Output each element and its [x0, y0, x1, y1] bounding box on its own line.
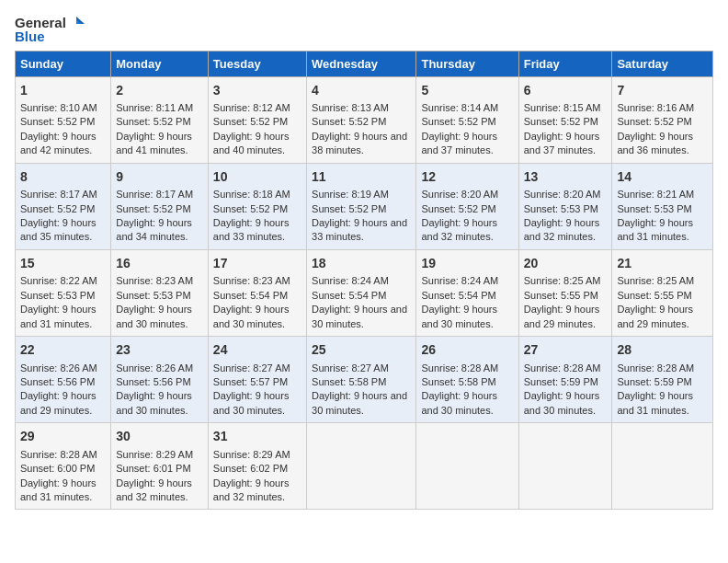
- col-header-saturday: Saturday: [612, 51, 713, 76]
- day-number: 4: [312, 82, 411, 100]
- calendar-cell: 27Sunrise: 8:28 AMSunset: 5:59 PMDayligh…: [518, 336, 612, 422]
- calendar-cell: 29Sunrise: 8:28 AMSunset: 6:00 PMDayligh…: [16, 423, 111, 510]
- calendar-cell: [307, 423, 416, 510]
- calendar-week-row: 1Sunrise: 8:10 AMSunset: 5:52 PMDaylight…: [16, 76, 713, 163]
- calendar-cell: 30Sunrise: 8:29 AMSunset: 6:01 PMDayligh…: [111, 423, 209, 510]
- calendar-cell: 19Sunrise: 8:24 AMSunset: 5:54 PMDayligh…: [416, 249, 518, 336]
- day-number: 22: [20, 341, 106, 360]
- calendar-cell: 8Sunrise: 8:17 AMSunset: 5:52 PMDaylight…: [16, 163, 111, 249]
- calendar-cell: 11Sunrise: 8:19 AMSunset: 5:52 PMDayligh…: [307, 163, 416, 249]
- col-header-tuesday: Tuesday: [208, 51, 306, 76]
- col-header-wednesday: Wednesday: [307, 51, 416, 76]
- day-number: 16: [116, 255, 203, 273]
- calendar-cell: 6Sunrise: 8:15 AMSunset: 5:52 PMDaylight…: [518, 76, 612, 163]
- day-number: 6: [524, 82, 608, 100]
- calendar-cell: 21Sunrise: 8:25 AMSunset: 5:55 PMDayligh…: [612, 249, 713, 336]
- col-header-monday: Monday: [111, 51, 209, 76]
- calendar-cell: 13Sunrise: 8:20 AMSunset: 5:53 PMDayligh…: [518, 163, 612, 249]
- calendar-week-row: 15Sunrise: 8:22 AMSunset: 5:53 PMDayligh…: [16, 249, 713, 336]
- day-number: 2: [116, 82, 203, 100]
- day-number: 3: [213, 82, 301, 100]
- calendar-cell: 2Sunrise: 8:11 AMSunset: 5:52 PMDaylight…: [111, 76, 209, 163]
- day-number: 18: [312, 255, 411, 273]
- logo-wrapper: General Blue: [15, 15, 85, 45]
- calendar-cell: 28Sunrise: 8:28 AMSunset: 5:59 PMDayligh…: [612, 336, 713, 422]
- calendar-cell: 20Sunrise: 8:25 AMSunset: 5:55 PMDayligh…: [518, 249, 612, 336]
- day-number: 7: [617, 82, 708, 100]
- calendar-cell: 31Sunrise: 8:29 AMSunset: 6:02 PMDayligh…: [208, 423, 306, 510]
- header: General Blue: [15, 15, 713, 45]
- day-number: 25: [312, 341, 411, 360]
- calendar-cell: 7Sunrise: 8:16 AMSunset: 5:52 PMDaylight…: [612, 76, 713, 163]
- day-number: 8: [20, 168, 106, 187]
- day-number: 14: [617, 168, 708, 187]
- calendar-week-row: 8Sunrise: 8:17 AMSunset: 5:52 PMDaylight…: [16, 163, 713, 249]
- calendar-cell: 18Sunrise: 8:24 AMSunset: 5:54 PMDayligh…: [307, 249, 416, 336]
- col-header-sunday: Sunday: [16, 51, 111, 76]
- calendar-cell: 1Sunrise: 8:10 AMSunset: 5:52 PMDaylight…: [16, 76, 111, 163]
- day-number: 21: [617, 255, 708, 273]
- day-number: 19: [421, 255, 513, 273]
- calendar-cell: 25Sunrise: 8:27 AMSunset: 5:58 PMDayligh…: [307, 336, 416, 422]
- calendar-cell: 22Sunrise: 8:26 AMSunset: 5:56 PMDayligh…: [16, 336, 111, 422]
- day-number: 24: [213, 341, 301, 360]
- day-number: 10: [213, 168, 301, 187]
- calendar-cell: 12Sunrise: 8:20 AMSunset: 5:52 PMDayligh…: [416, 163, 518, 249]
- day-number: 15: [20, 255, 106, 273]
- day-number: 31: [213, 428, 301, 446]
- calendar-cell: [416, 423, 518, 510]
- logo: General Blue: [15, 15, 85, 45]
- calendar-cell: 23Sunrise: 8:26 AMSunset: 5:56 PMDayligh…: [111, 336, 209, 422]
- calendar-cell: 9Sunrise: 8:17 AMSunset: 5:52 PMDaylight…: [111, 163, 209, 249]
- calendar-cell: 15Sunrise: 8:22 AMSunset: 5:53 PMDayligh…: [16, 249, 111, 336]
- day-number: 13: [524, 168, 608, 187]
- day-number: 23: [116, 341, 203, 360]
- calendar-cell: [612, 423, 713, 510]
- calendar-cell: 26Sunrise: 8:28 AMSunset: 5:58 PMDayligh…: [416, 336, 518, 422]
- day-number: 12: [421, 168, 513, 187]
- calendar-cell: 3Sunrise: 8:12 AMSunset: 5:52 PMDaylight…: [208, 76, 306, 163]
- calendar-cell: [518, 423, 612, 510]
- day-number: 5: [421, 82, 513, 100]
- calendar-week-row: 29Sunrise: 8:28 AMSunset: 6:00 PMDayligh…: [16, 423, 713, 510]
- day-number: 27: [524, 341, 608, 360]
- calendar-cell: 17Sunrise: 8:23 AMSunset: 5:54 PMDayligh…: [208, 249, 306, 336]
- calendar-cell: 10Sunrise: 8:18 AMSunset: 5:52 PMDayligh…: [208, 163, 306, 249]
- col-header-thursday: Thursday: [416, 51, 518, 76]
- day-number: 28: [617, 341, 708, 360]
- calendar-cell: 14Sunrise: 8:21 AMSunset: 5:53 PMDayligh…: [612, 163, 713, 249]
- calendar-cell: 24Sunrise: 8:27 AMSunset: 5:57 PMDayligh…: [208, 336, 306, 422]
- calendar-table: SundayMondayTuesdayWednesdayThursdayFrid…: [15, 51, 713, 511]
- calendar-cell: 16Sunrise: 8:23 AMSunset: 5:53 PMDayligh…: [111, 249, 209, 336]
- calendar-week-row: 22Sunrise: 8:26 AMSunset: 5:56 PMDayligh…: [16, 336, 713, 422]
- calendar-cell: 5Sunrise: 8:14 AMSunset: 5:52 PMDaylight…: [416, 76, 518, 163]
- day-number: 29: [20, 428, 106, 446]
- calendar-cell: 4Sunrise: 8:13 AMSunset: 5:52 PMDaylight…: [307, 76, 416, 163]
- day-number: 20: [524, 255, 608, 273]
- day-number: 26: [421, 341, 513, 360]
- day-number: 9: [116, 168, 203, 187]
- day-number: 17: [213, 255, 301, 273]
- day-number: 11: [312, 168, 411, 187]
- col-header-friday: Friday: [518, 51, 612, 76]
- day-number: 1: [20, 82, 106, 100]
- day-number: 30: [116, 428, 203, 446]
- logo-blue: Blue: [15, 29, 85, 45]
- calendar-header-row: SundayMondayTuesdayWednesdayThursdayFrid…: [16, 51, 713, 76]
